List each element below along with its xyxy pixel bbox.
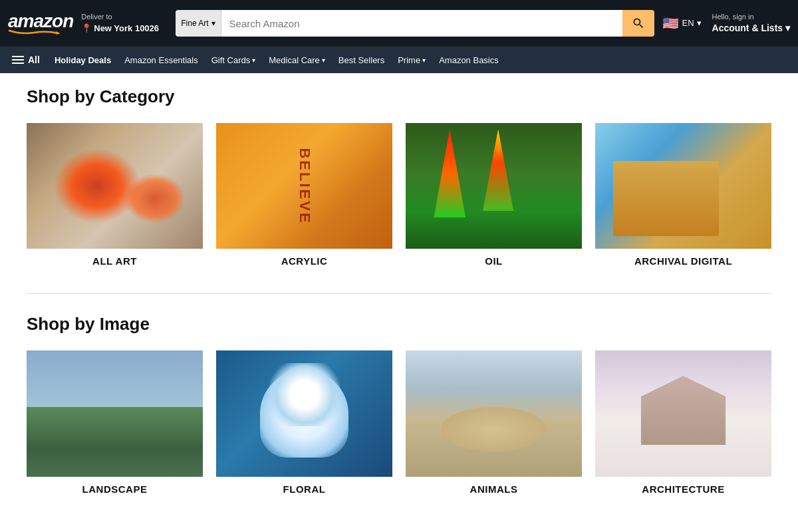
deliver-area[interactable]: Deliver to 📍 New York 10026 (81, 12, 168, 35)
main-content: Shop by Category ALL ART ACRYLIC OIL ARC… (0, 73, 798, 532)
oil-label: OIL (485, 255, 503, 267)
acrylic-image (216, 123, 392, 249)
medical-care-dropdown-icon: ▾ (322, 57, 325, 64)
category-grid: ALL ART ACRYLIC OIL ARCHIVAL DIGITAL (27, 123, 771, 267)
gift-cards-dropdown-icon: ▾ (252, 57, 255, 64)
shop-by-image-section: Shop by Image LANDSCAPE FLORAL ANIMALS A… (27, 314, 771, 494)
account-area[interactable]: Hello, sign in Account & Lists ▾ (712, 12, 790, 35)
search-icon (632, 17, 645, 30)
location-icon: 📍 (81, 23, 92, 35)
account-dropdown-icon: ▾ (785, 23, 790, 33)
image-item-floral[interactable]: FLORAL (216, 350, 392, 494)
oil-image (406, 123, 582, 249)
lang-label: EN (682, 18, 694, 28)
amazon-smile (8, 29, 60, 35)
navbar: All Holiday Deals Amazon Essentials Gift… (0, 47, 798, 73)
category-item-archival-digital[interactable]: ARCHIVAL DIGITAL (595, 123, 771, 267)
hello-text: Hello, sign in (712, 12, 790, 22)
image-item-landscape[interactable]: LANDSCAPE (27, 350, 203, 494)
prime-dropdown-icon: ▾ (422, 57, 426, 64)
nav-item-prime[interactable]: Prime ▾ (391, 47, 432, 73)
header: amazon Deliver to 📍 New York 10026 Fine … (0, 0, 798, 47)
header-right: 🇺🇸 EN ▾ Hello, sign in Account & Lists ▾ (662, 12, 790, 35)
animals-image (406, 350, 582, 476)
shop-by-category-section: Shop by Category ALL ART ACRYLIC OIL ARC… (27, 86, 771, 267)
shop-by-category-title: Shop by Category (27, 86, 771, 107)
image-item-architecture[interactable]: ARCHITECTURE (595, 350, 771, 494)
account-text: Account & Lists ▾ (712, 22, 790, 35)
landscape-image (27, 350, 203, 476)
flag-icon: 🇺🇸 (662, 15, 679, 31)
acrylic-label: ACRYLIC (281, 255, 328, 267)
nav-item-amazon-basics[interactable]: Amazon Basics (432, 47, 505, 73)
architecture-label: ARCHITECTURE (642, 483, 724, 495)
nav-item-best-sellers[interactable]: Best Sellers (332, 47, 391, 73)
nav-item-medical-care[interactable]: Medical Care ▾ (262, 47, 332, 73)
all-art-label: ALL ART (92, 255, 137, 267)
search-category-select[interactable]: Fine Art ▾ (176, 10, 221, 37)
nav-item-gift-cards[interactable]: Gift Cards ▾ (205, 47, 263, 73)
section-divider (27, 293, 771, 294)
shop-by-image-title: Shop by Image (27, 314, 771, 334)
archival-image (595, 123, 771, 249)
nav-item-holiday-deals[interactable]: Holiday Deals (48, 47, 118, 73)
nav-all-button[interactable]: All (8, 47, 48, 73)
all-art-image (27, 123, 203, 249)
hamburger-icon (12, 56, 24, 64)
architecture-image (595, 350, 771, 476)
floral-image (216, 350, 392, 476)
search-bar: Fine Art ▾ (176, 10, 654, 37)
search-button[interactable] (622, 10, 654, 37)
amazon-logo[interactable]: amazon (8, 12, 73, 35)
dropdown-arrow-icon: ▾ (211, 19, 215, 28)
deliver-line2: 📍 New York 10026 (81, 23, 168, 35)
lang-dropdown-icon: ▾ (697, 18, 702, 28)
image-grid: LANDSCAPE FLORAL ANIMALS ARCHITECTURE (27, 350, 771, 494)
category-item-acrylic[interactable]: ACRYLIC (216, 123, 392, 267)
image-item-animals[interactable]: ANIMALS (406, 350, 582, 494)
all-label: All (28, 55, 40, 65)
deliver-line1: Deliver to (81, 12, 168, 22)
landscape-label: LANDSCAPE (82, 483, 148, 495)
floral-label: FLORAL (283, 483, 326, 495)
animals-label: ANIMALS (470, 483, 518, 495)
logo-wordmark: amazon (8, 12, 73, 31)
category-item-oil[interactable]: OIL (406, 123, 582, 267)
language-selector[interactable]: 🇺🇸 EN ▾ (662, 15, 701, 31)
search-input[interactable] (221, 10, 623, 37)
category-item-all-art[interactable]: ALL ART (27, 123, 203, 267)
nav-item-amazon-essentials[interactable]: Amazon Essentials (118, 47, 205, 73)
archival-label: ARCHIVAL DIGITAL (634, 255, 732, 267)
